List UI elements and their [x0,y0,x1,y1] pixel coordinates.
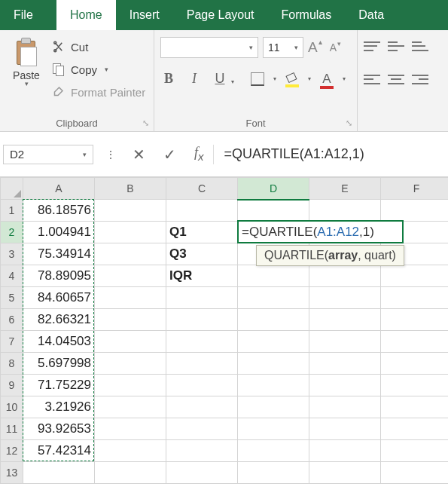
cell-D9[interactable] [238,375,309,396]
chevron-down-icon[interactable]: ▾ [25,80,29,87]
tab-data[interactable]: Data [345,0,398,30]
cell-C5[interactable] [166,287,238,309]
cell-C7[interactable] [166,331,238,353]
row-header-8[interactable]: 8 [1,353,23,375]
cell-A7[interactable]: 14.04503 [23,331,95,353]
cell-D4[interactable] [238,265,309,287]
chevron-down-icon[interactable]: ▾ [83,151,87,158]
row-header-7[interactable]: 7 [1,331,23,353]
enter-formula-button[interactable]: ✓ [163,145,176,164]
cell-D5[interactable] [238,287,309,309]
cell-B11[interactable] [95,418,166,440]
tab-page-layout[interactable]: Page Layout [173,0,268,30]
cell-A12[interactable]: 57.42314 [23,440,95,462]
cell-F13[interactable] [381,462,449,484]
fill-color-icon[interactable] [285,72,299,86]
col-header-B[interactable]: B [95,178,166,200]
italic-button[interactable]: I [186,71,203,87]
cell-F4[interactable] [381,265,449,287]
align-center-button[interactable] [388,72,404,87]
cell-E6[interactable] [309,309,381,331]
row-header-4[interactable]: 4 [1,265,23,287]
active-cell-editor[interactable]: =QUARTILE(A1:A12,1) [237,220,404,243]
paste-button[interactable]: Paste ▾ [6,35,47,87]
cell-D1[interactable] [238,200,309,222]
col-header-F[interactable]: F [381,178,449,200]
underline-button[interactable]: U▾ [212,71,228,87]
chevron-down-icon[interactable]: ▾ [105,66,108,73]
row-header-3[interactable]: 3 [1,243,23,265]
cut-button[interactable]: Cut [51,36,145,57]
row-header-10[interactable]: 10 [1,396,23,418]
clipboard-launcher-icon[interactable]: ⤡ [140,118,151,128]
col-header-C[interactable]: C [166,178,238,200]
cell-A13[interactable] [23,462,95,484]
cell-F6[interactable] [381,309,449,331]
cell-E4[interactable] [309,265,381,287]
cell-C10[interactable] [166,396,238,418]
cell-E12[interactable] [309,440,381,462]
cell-E13[interactable] [309,462,381,484]
cell-B8[interactable] [95,353,166,375]
cell-A3[interactable]: 75.34914 [23,243,95,265]
cell-F9[interactable] [381,375,449,396]
chevron-down-icon[interactable]: ▾ [294,44,298,51]
row-header-5[interactable]: 5 [1,287,23,309]
cell-B13[interactable] [95,462,166,484]
cell-A11[interactable]: 93.92653 [23,418,95,440]
col-header-A[interactable]: A [23,178,95,200]
font-name-select[interactable]: ▾ [160,37,258,58]
cell-D13[interactable] [238,462,309,484]
cell-C6[interactable] [166,309,238,331]
select-all-corner[interactable] [1,178,23,200]
align-middle-button[interactable] [388,38,404,54]
format-painter-button[interactable]: Format Painter [51,81,145,103]
cell-F8[interactable] [381,353,449,375]
font-color-icon[interactable]: A [320,72,334,87]
row-header-11[interactable]: 11 [1,418,23,440]
function-tooltip[interactable]: QUARTILE(array, quart) [256,245,404,266]
row-header-9[interactable]: 9 [1,375,23,396]
cell-F7[interactable] [381,331,449,353]
borders-icon[interactable] [251,72,264,86]
tab-insert[interactable]: Insert [116,0,173,30]
cell-C9[interactable] [166,375,238,396]
align-top-button[interactable] [364,38,380,54]
row-header-1[interactable]: 1 [1,200,23,222]
cell-D12[interactable] [238,440,309,462]
cell-B2[interactable] [95,222,166,243]
cell-F11[interactable] [381,418,449,440]
row-header-2[interactable]: 2 [1,222,23,243]
cell-B3[interactable] [95,243,166,265]
cell-A9[interactable]: 71.75229 [23,375,95,396]
cell-B5[interactable] [95,287,166,309]
cell-B7[interactable] [95,331,166,353]
tab-formulas[interactable]: Formulas [268,0,346,30]
chevron-down-icon[interactable]: ▾ [273,75,276,82]
cell-F10[interactable] [381,396,449,418]
cell-D11[interactable] [238,418,309,440]
font-launcher-icon[interactable]: ⤡ [343,118,354,128]
cell-C8[interactable] [166,353,238,375]
cell-A4[interactable]: 78.89095 [23,265,95,287]
cell-E8[interactable] [309,353,381,375]
cell-D10[interactable] [238,396,309,418]
row-header-13[interactable]: 13 [1,462,23,484]
formula-input[interactable]: =QUARTILE(A1:A12,1) [214,146,448,162]
cell-E5[interactable] [309,287,381,309]
cell-E1[interactable] [309,200,381,222]
align-right-button[interactable] [412,72,428,87]
col-header-D[interactable]: D [238,178,309,200]
cell-B6[interactable] [95,309,166,331]
cell-E10[interactable] [309,396,381,418]
align-left-button[interactable] [364,72,380,87]
cell-C2[interactable]: Q1 [166,222,238,243]
cell-E9[interactable] [309,375,381,396]
cell-F12[interactable] [381,440,449,462]
cell-E11[interactable] [309,418,381,440]
dots-icon[interactable]: ⋮ [105,145,114,164]
shrink-font-icon[interactable]: A▾ [330,41,337,54]
chevron-down-icon[interactable]: ▾ [249,44,253,51]
worksheet-grid[interactable]: A B C D E F 186.1857621.004941Q1375.3491… [0,177,448,484]
tab-home[interactable]: Home [56,0,116,30]
